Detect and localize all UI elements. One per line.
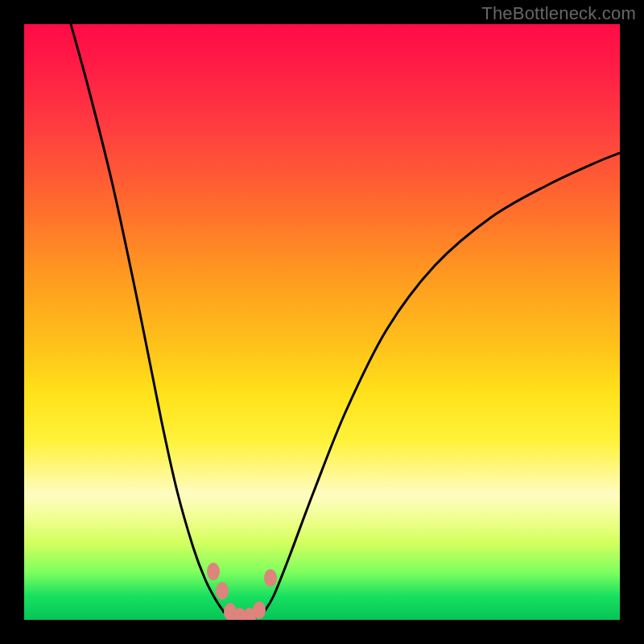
bottleneck-curve [24, 24, 620, 620]
valley-marker [253, 601, 266, 619]
valley-markers [207, 563, 277, 620]
valley-marker [216, 582, 229, 600]
chart-frame: TheBottleneck.com [0, 0, 644, 644]
valley-marker [264, 569, 277, 587]
valley-marker [207, 563, 220, 580]
curve-path [71, 24, 620, 618]
plot-area [24, 24, 620, 620]
watermark-text: TheBottleneck.com [481, 3, 636, 24]
